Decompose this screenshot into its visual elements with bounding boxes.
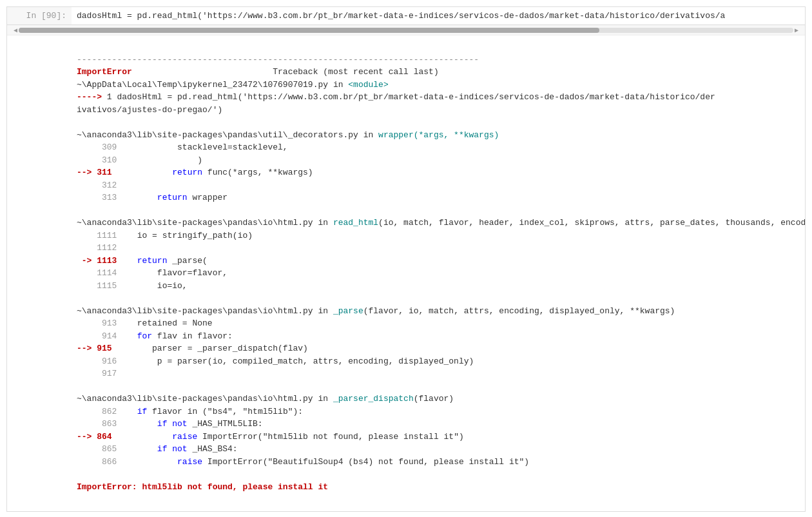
if-keyword3: if not xyxy=(157,444,188,454)
in-label4: in xyxy=(313,306,333,316)
scroll-left-arrow[interactable]: ◀ xyxy=(12,26,19,34)
flav-loop: flav in flavor: xyxy=(152,331,233,341)
filepath5: ~\anaconda3\lib\site-packages\pandas\io\… xyxy=(77,394,313,404)
parse-label: _parse xyxy=(333,306,363,316)
line913-num: 913 xyxy=(77,318,117,328)
line1114-num: 1114 xyxy=(77,268,117,278)
horizontal-scrollbar[interactable]: ◀ ▶ xyxy=(7,25,805,35)
line1115-code: io=io, xyxy=(117,281,187,291)
line1113-code xyxy=(117,256,137,266)
if-keyword1: if xyxy=(137,407,148,416)
filepath3: ~\anaconda3\lib\site-packages\pandas\io\… xyxy=(77,218,313,228)
line913-code: retained = None xyxy=(117,318,212,328)
line1-cont: ivativos/ajustes-do-pregao/') xyxy=(77,105,222,115)
arrow1: ----> xyxy=(77,92,102,102)
dispatch-label: _parser_dispatch xyxy=(333,394,414,404)
raise-keyword2: raise xyxy=(177,457,202,467)
wrapper-label: wrapper(*args, **kwargs) xyxy=(378,130,499,140)
flavor-check: flavor in ("bs4", "html5lib"): xyxy=(147,407,303,416)
arrow1113: -> 1113 xyxy=(77,256,117,266)
cell-input: In [90]: dadosHtml = pd.read_html('https… xyxy=(7,7,805,25)
line866-code xyxy=(117,457,177,467)
line1111-code: io = stringify_path(io) xyxy=(117,231,253,240)
cell-code: dadosHtml = pd.read_html('https://www.b3… xyxy=(72,7,805,24)
line914-num: 914 xyxy=(77,331,117,341)
parse-params: (flavor, io, match, attrs, encoding, xyxy=(363,306,550,316)
line863-code xyxy=(117,419,157,429)
return-keyword1: return xyxy=(172,168,202,177)
line313-code xyxy=(117,193,157,202)
line310-code: ) xyxy=(117,155,202,165)
line865-code xyxy=(117,444,157,454)
cell-label: In [90]: xyxy=(7,7,72,24)
return-keyword2: return xyxy=(157,193,188,202)
arrow311: --> 311 xyxy=(77,168,112,177)
line1111-num: 1111 xyxy=(77,231,117,240)
filepath1: ~\AppData\Local\Temp\ipykernel_23472\107… xyxy=(77,80,328,90)
arrow864: --> 864 xyxy=(77,432,112,442)
if-keyword2: if not xyxy=(157,419,188,429)
line917-num: 917 xyxy=(77,369,117,378)
dashes-line: ----------------------------------------… xyxy=(77,55,479,64)
line862-code xyxy=(117,407,137,416)
module-label: <module> xyxy=(348,80,388,90)
line864-code xyxy=(112,432,173,442)
header-param: header xyxy=(479,218,509,228)
line915-code: parser = _parser_dispatch(flav) xyxy=(112,344,308,353)
read-html-params: (io, match, flavor, xyxy=(378,218,479,228)
line313-num: 313 xyxy=(77,193,117,202)
line1115-num: 1115 xyxy=(77,281,117,291)
line310-num: 310 xyxy=(77,155,117,165)
import-error-call2: ImportError("BeautifulSoup4 (bs4) not fo… xyxy=(202,457,434,467)
parse-call: _parse( xyxy=(167,256,207,266)
line866-num: 866 xyxy=(77,457,117,467)
filepath4: ~\anaconda3\lib\site-packages\pandas\io\… xyxy=(77,306,313,316)
line1114-code: flavor=flavor, xyxy=(117,268,227,278)
in-label3: in xyxy=(313,218,333,228)
import-error-header: ImportError xyxy=(77,67,132,77)
line862-num: 862 xyxy=(77,407,117,416)
please-text: please xyxy=(369,432,399,442)
scroll-right-arrow[interactable]: ▶ xyxy=(793,26,800,34)
filepath2: ~\anaconda3\lib\site-packages\pandas\uti… xyxy=(77,130,358,140)
line312-num: 312 xyxy=(77,180,117,190)
install-text1: install it") xyxy=(398,432,463,442)
cell-output: ----------------------------------------… xyxy=(7,35,805,511)
in-label2: in xyxy=(358,130,378,140)
traceback-header: Traceback (most recent call last) xyxy=(132,67,439,77)
line1-code: 1 dadosHtml = pd.read_html('https://www.… xyxy=(102,92,715,102)
arrow915: --> 915 xyxy=(77,344,112,353)
line863-num: 863 xyxy=(77,419,117,429)
kwargs-param: , **kwargs) xyxy=(620,306,675,316)
scrollbar-track[interactable] xyxy=(19,28,793,33)
func-call: func(*args, **kwargs) xyxy=(202,168,313,177)
dispatch-params: (flavor) xyxy=(414,394,454,404)
please-text2: please xyxy=(434,457,464,467)
final-error: ImportError: html5lib not found, please … xyxy=(77,482,328,492)
cell-code-text: dadosHtml = pd.read_html('https://www.b3… xyxy=(77,11,725,21)
rest-params1: index_col, skiprows, attrs, parse_dates,… xyxy=(514,218,805,228)
bs4-check: _HAS_BS4: xyxy=(188,444,238,454)
line309-code: stacklevel=stacklevel, xyxy=(117,142,287,152)
scrollbar-thumb[interactable] xyxy=(19,28,599,33)
comma1: , xyxy=(509,218,514,228)
line916-num: 916 xyxy=(77,356,117,366)
line914-code xyxy=(117,331,137,341)
in-label1: in xyxy=(328,80,348,90)
install-text2: install it") xyxy=(464,457,529,467)
wrapper-ref: wrapper xyxy=(188,193,227,202)
read-html-label: read_html xyxy=(333,218,378,228)
for-keyword: for xyxy=(137,331,152,341)
line865-num: 865 xyxy=(77,444,117,454)
line311-code xyxy=(112,168,173,177)
html5lib-check: _HAS_HTML5LIB: xyxy=(188,419,263,429)
line309-num: 309 xyxy=(77,142,117,152)
displayed-only-param2: displayed_only xyxy=(549,306,619,316)
line916-code: p = parser(io, compiled_match, attrs, en… xyxy=(117,356,474,366)
in-label5: in xyxy=(313,394,333,404)
import-error-call1: ImportError("html5lib not found, xyxy=(197,432,368,442)
notebook-cell: In [90]: dadosHtml = pd.read_html('https… xyxy=(6,6,806,512)
raise-keyword1: raise xyxy=(172,432,197,442)
line1112-num: 1112 xyxy=(77,243,117,253)
return-keyword3: return xyxy=(137,256,168,266)
